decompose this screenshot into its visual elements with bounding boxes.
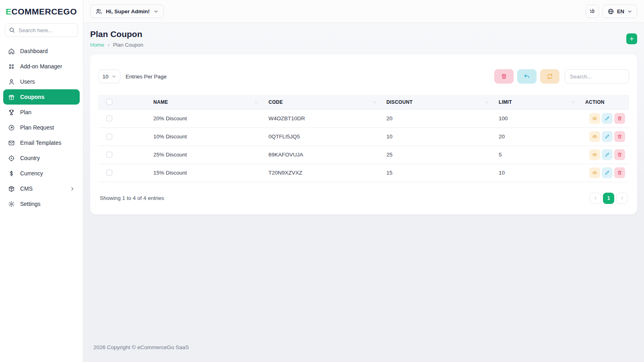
sidebar-item-currency[interactable]: Currency [3, 166, 80, 181]
refresh-button[interactable] [540, 69, 559, 84]
column-header-action: ACTION [577, 95, 629, 109]
undo-button[interactable] [517, 69, 537, 84]
user-icon [8, 78, 15, 85]
edit-button[interactable] [602, 131, 613, 142]
search-icon [9, 27, 15, 33]
sidebar-item-plan[interactable]: Plan [3, 105, 80, 120]
sidebar-item-label: Add-on Manager [20, 63, 62, 70]
sidebar-item-label: Currency [20, 170, 43, 177]
row-checkbox[interactable] [106, 134, 112, 140]
trophy-icon [8, 109, 15, 116]
page-header-left: Plan Coupon Home › Plan Coupon [90, 29, 143, 48]
undo-icon [524, 73, 530, 80]
table-row: 15% Discount T20N9XZVXZ 15 10 [98, 164, 629, 182]
table-search-input[interactable] [565, 69, 629, 84]
sidebar-item-settings[interactable]: Settings [3, 196, 80, 212]
chevron-down-icon [153, 9, 159, 14]
sidebar-item-cms[interactable]: CMS [3, 181, 80, 196]
row-checkbox[interactable] [106, 115, 112, 121]
table-footer: Showing 1 to 4 of 4 entries 1 [98, 182, 629, 214]
trash-icon [617, 170, 622, 175]
sidebar-item-plan-request[interactable]: Plan Request [3, 120, 80, 135]
sidebar-item-label: Email Templates [20, 140, 61, 146]
column-header-limit[interactable]: LIMIT↑↓ [491, 95, 577, 109]
cell-limit: 100 [491, 109, 577, 128]
view-button[interactable] [589, 167, 600, 178]
column-header-discount[interactable]: DISCOUNT↑↓ [378, 95, 491, 109]
eye-icon [592, 134, 597, 139]
sidebar-item-label: Coupons [20, 94, 45, 100]
trash-icon [617, 116, 622, 121]
add-coupon-button[interactable] [626, 33, 637, 44]
plus-icon [629, 36, 634, 41]
globe-icon [607, 8, 614, 15]
cell-limit: 20 [491, 128, 577, 146]
topbar: Hi, Super Admin! EN [83, 0, 644, 23]
clear-cache-button[interactable] [586, 4, 599, 18]
sidebar-item-label: Users [20, 78, 35, 85]
brand-logo-rest: COMMERCEGO [12, 7, 77, 16]
delete-button[interactable] [614, 113, 625, 124]
edit-button[interactable] [602, 149, 613, 160]
bulk-delete-button[interactable] [494, 69, 514, 84]
view-button[interactable] [589, 113, 600, 124]
row-checkbox[interactable] [106, 152, 112, 158]
cell-discount: 20 [378, 109, 491, 128]
column-header-name[interactable]: NAME↑↓ [145, 95, 260, 109]
cell-name: 20% Discount [145, 109, 260, 128]
entries-per-page-value: 10 [102, 74, 108, 80]
sidebar-item-country[interactable]: Country [3, 150, 80, 166]
breadcrumb-separator: › [108, 42, 109, 48]
cell-discount: 10 [378, 128, 491, 146]
column-header-code[interactable]: CODE↑↓ [260, 95, 378, 109]
package-icon [8, 185, 15, 192]
row-checkbox[interactable] [106, 170, 112, 176]
delete-button[interactable] [614, 167, 625, 178]
entries-per-page-select[interactable]: 10 [98, 70, 120, 83]
pagination-prev-button[interactable] [590, 193, 601, 204]
pencil-icon [605, 152, 610, 157]
edit-button[interactable] [602, 113, 613, 124]
brand-logo[interactable]: ECOMMERCEGO [0, 0, 83, 21]
grid-icon [8, 63, 15, 70]
cell-code: 69KAFOVUJA [260, 146, 378, 164]
trash-icon [501, 73, 507, 80]
delete-button[interactable] [614, 149, 625, 160]
edit-button[interactable] [602, 167, 613, 178]
delete-button[interactable] [614, 131, 625, 142]
pagination-page-1-button[interactable]: 1 [603, 193, 614, 204]
brand-logo-prefix: E [6, 7, 12, 16]
gift-icon [8, 94, 15, 101]
column-label: DISCOUNT [386, 99, 413, 105]
cell-name: 10% Discount [145, 128, 260, 146]
view-button[interactable] [589, 131, 600, 142]
view-button[interactable] [589, 149, 600, 160]
select-all-checkbox[interactable] [106, 99, 112, 105]
language-label: EN [617, 8, 624, 14]
cell-discount: 25 [378, 146, 491, 164]
sidebar-search-input[interactable] [5, 23, 78, 37]
eye-icon [592, 116, 597, 121]
pagination-next-button[interactable] [616, 193, 627, 204]
column-label: LIMIT [499, 99, 512, 105]
sidebar-item-coupons[interactable]: Coupons [3, 89, 80, 105]
sidebar-nav: Dashboard Add-on Manager Users Coupons P… [0, 42, 83, 213]
user-menu-button[interactable]: Hi, Super Admin! [90, 4, 164, 18]
envelope-icon [8, 140, 15, 146]
sidebar-item-addon-manager[interactable]: Add-on Manager [3, 59, 80, 74]
sidebar-item-users[interactable]: Users [3, 74, 80, 89]
chevron-down-icon [111, 74, 116, 79]
sidebar-item-dashboard[interactable]: Dashboard [3, 43, 80, 59]
main-area: Hi, Super Admin! EN Plan Coupon Home › P… [83, 0, 644, 362]
sidebar-item-label: CMS [20, 185, 33, 192]
column-label: NAME [153, 99, 168, 105]
eye-icon [592, 170, 597, 175]
coupons-card: 10 Entries Per Page [90, 54, 637, 214]
cell-name: 15% Discount [145, 164, 260, 182]
language-select-button[interactable]: EN [603, 4, 637, 18]
breadcrumb-home-link[interactable]: Home [90, 42, 104, 48]
sidebar-item-email-templates[interactable]: Email Templates [3, 135, 80, 150]
cell-limit: 10 [491, 164, 577, 182]
column-label: CODE [268, 99, 283, 105]
chevron-right-icon [620, 196, 624, 200]
